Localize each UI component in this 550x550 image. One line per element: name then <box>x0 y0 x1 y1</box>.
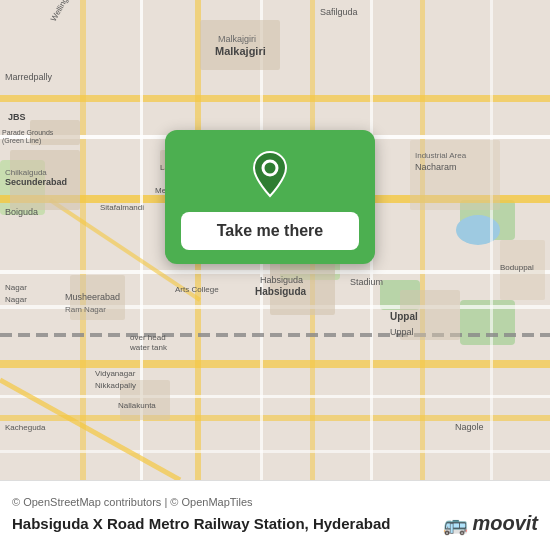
svg-rect-15 <box>420 0 425 480</box>
svg-text:Stadium: Stadium <box>350 277 383 287</box>
svg-text:Musheerabad: Musheerabad <box>65 292 120 302</box>
svg-point-7 <box>456 215 500 245</box>
svg-text:Malkajgiri: Malkajgiri <box>215 45 266 57</box>
svg-text:Nagole: Nagole <box>455 422 484 432</box>
svg-text:Parade Grounds: Parade Grounds <box>2 129 54 136</box>
location-pin-icon <box>244 148 296 200</box>
svg-text:Habsiguda: Habsiguda <box>255 286 307 297</box>
svg-text:Boduppal: Boduppal <box>500 263 534 272</box>
moovit-emoji-icon: 🚌 <box>443 512 468 536</box>
svg-text:over head: over head <box>130 333 166 342</box>
svg-text:Boiguda: Boiguda <box>5 207 38 217</box>
svg-text:Arts College: Arts College <box>175 285 219 294</box>
svg-text:Uppal: Uppal <box>390 311 418 322</box>
svg-text:Safilguda: Safilguda <box>320 7 358 17</box>
svg-text:Uppal: Uppal <box>390 327 414 337</box>
svg-text:Nacharam: Nacharam <box>415 162 457 172</box>
destination-row: Habsiguda X Road Metro Railway Station, … <box>12 512 538 536</box>
svg-text:JBS: JBS <box>8 112 26 122</box>
svg-rect-20 <box>0 450 550 453</box>
bottom-bar: © OpenStreetMap contributors | © OpenMap… <box>0 480 550 550</box>
svg-text:Kacheguda: Kacheguda <box>5 423 46 432</box>
svg-text:Secunderabad: Secunderabad <box>5 177 67 187</box>
map-attribution: © OpenStreetMap contributors | © OpenMap… <box>12 496 538 508</box>
svg-text:Nagar: Nagar <box>5 295 27 304</box>
svg-text:water tank: water tank <box>129 343 168 352</box>
svg-text:Ram Nagar: Ram Nagar <box>65 305 106 314</box>
svg-text:Vidyanagar: Vidyanagar <box>95 369 136 378</box>
svg-text:Nikkadpally: Nikkadpally <box>95 381 136 390</box>
svg-text:Chilkalguda: Chilkalguda <box>5 168 47 177</box>
map-view: Malkajgiri Malkajgiri Secunderabad Chilk… <box>0 0 550 480</box>
svg-text:Sitafalmandi: Sitafalmandi <box>100 203 144 212</box>
svg-text:Habsiguda: Habsiguda <box>260 275 303 285</box>
destination-label: Habsiguda X Road Metro Railway Station, … <box>12 515 443 532</box>
svg-text:(Green Line): (Green Line) <box>2 137 41 145</box>
action-card: Take me there <box>165 130 375 264</box>
svg-rect-12 <box>80 0 86 480</box>
moovit-logo: 🚌 moovit <box>443 512 538 536</box>
moovit-brand-name: moovit <box>472 512 538 535</box>
svg-rect-19 <box>0 395 550 398</box>
svg-text:Industrial Area: Industrial Area <box>415 151 467 160</box>
svg-text:Marredpally: Marredpally <box>5 72 53 82</box>
svg-text:Nagar: Nagar <box>5 283 27 292</box>
svg-rect-24 <box>490 0 493 480</box>
svg-text:Malkajgiri: Malkajgiri <box>218 34 256 44</box>
svg-text:Nallakunta: Nallakunta <box>118 401 156 410</box>
take-me-there-button[interactable]: Take me there <box>181 212 359 250</box>
